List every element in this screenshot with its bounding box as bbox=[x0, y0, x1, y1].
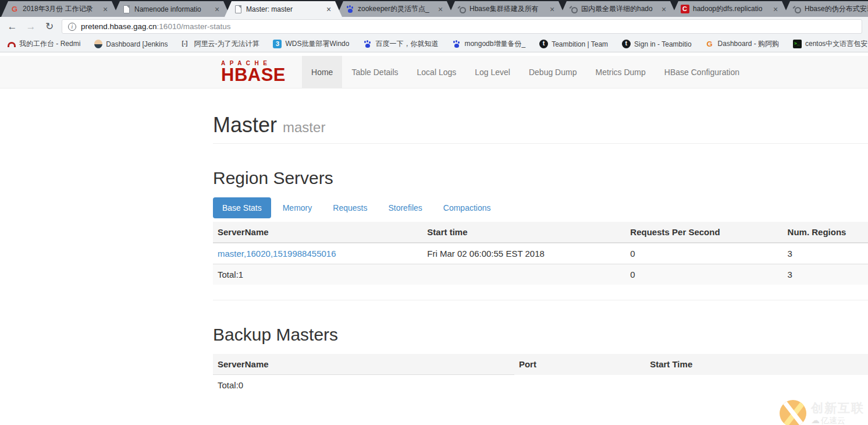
browser-tab-3-active[interactable]: Master: master × bbox=[225, 1, 342, 17]
teambition-icon bbox=[622, 40, 631, 48]
tab-requests[interactable]: Requests bbox=[323, 197, 376, 218]
bookmark-teambition-signin[interactable]: Sign in - Teambitio bbox=[622, 40, 692, 48]
baidu-favicon-icon bbox=[346, 5, 354, 13]
back-button[interactable]: ← bbox=[6, 21, 19, 33]
content-container: Mastermaster Region Servers Base Stats M… bbox=[213, 113, 868, 395]
tab-close-icon[interactable]: × bbox=[660, 5, 668, 13]
table-row: master,16020,1519988455016 Fri Mar 02 06… bbox=[213, 243, 868, 264]
browser-toolbar: ← → ↻ i pretend.hbase.gag.cn:16010/maste… bbox=[0, 17, 868, 36]
bookmark-label: 我的工作台 - Redmi bbox=[19, 39, 80, 49]
bookmark-baidu[interactable]: 百度一下，你就知道 bbox=[363, 39, 438, 49]
bookmarks-bar: 我的工作台 - Redmi Dashboard [Jenkins 阿里云-为了无… bbox=[0, 36, 868, 52]
total-num-regions-value: 3 bbox=[783, 264, 868, 285]
num-regions-value: 3 bbox=[783, 243, 868, 264]
main-nav: Home Table Details Local Logs Log Level … bbox=[302, 56, 749, 88]
tab-title: hadoop的dfs.replicatio bbox=[693, 4, 768, 14]
bookmark-aliyun[interactable]: 阿里云-为了无法计算 bbox=[182, 39, 259, 49]
teambition-icon bbox=[539, 40, 548, 48]
tab-close-icon[interactable]: × bbox=[548, 5, 556, 13]
browser-tab-8[interactable]: Hbase的伪分布式安装 × bbox=[783, 1, 868, 17]
col-start-time: Start time bbox=[422, 222, 625, 243]
bookmark-label: WDS批量部署Windo bbox=[285, 39, 349, 49]
reload-button[interactable]: ↻ bbox=[43, 21, 56, 33]
watermark-logo-icon bbox=[780, 400, 806, 425]
page-header: Mastermaster bbox=[213, 113, 868, 144]
bookmark-label: mongodb增量备份_ bbox=[464, 39, 525, 49]
tab-compactions[interactable]: Compactions bbox=[434, 197, 500, 218]
watermark: 创新互联 ☁亿速云 bbox=[780, 400, 865, 425]
forward-button[interactable]: → bbox=[24, 21, 37, 33]
col-servername: ServerName bbox=[213, 354, 514, 375]
nav-home[interactable]: Home bbox=[302, 56, 342, 88]
csdn-favicon-icon bbox=[681, 5, 689, 13]
bookmark-redmine[interactable]: 我的工作台 - Redmi bbox=[7, 39, 80, 49]
tab-title: zookeeper的灵活节点_ bbox=[358, 4, 433, 14]
tab-memory[interactable]: Memory bbox=[273, 197, 322, 218]
nav-debug-dump[interactable]: Debug Dump bbox=[520, 56, 586, 88]
backup-masters-heading: Backup Masters bbox=[213, 325, 868, 345]
tab-close-icon[interactable]: × bbox=[771, 5, 780, 13]
total-label: Total:1 bbox=[213, 264, 422, 285]
bookmark-label: Dashboard [Jenkins bbox=[106, 40, 168, 48]
hbase-logo[interactable]: APACHE HBASE bbox=[221, 61, 286, 84]
tab-title: Namenode informatio bbox=[134, 5, 209, 13]
search-favicon-icon bbox=[569, 5, 578, 13]
browser-tab-1[interactable]: 2018年3月份 工作记录 × bbox=[1, 1, 119, 17]
address-bar[interactable]: i pretend.hbase.gag.cn:16010/master-stat… bbox=[62, 19, 862, 34]
browser-tab-6[interactable]: 国内最全最详细的hado × bbox=[560, 1, 677, 17]
cloud-icon: ☁ bbox=[811, 415, 820, 425]
watermark-text: 创新互联 ☁亿速云 bbox=[811, 401, 865, 425]
total-label: Total:0 bbox=[213, 375, 868, 396]
region-servers-heading: Region Servers bbox=[213, 168, 868, 188]
tab-close-icon[interactable]: × bbox=[213, 5, 221, 13]
page-info-icon[interactable]: i bbox=[68, 23, 76, 31]
watermark-line2: ☁亿速云 bbox=[811, 415, 865, 425]
browser-tab-7[interactable]: hadoop的dfs.replicatio × bbox=[671, 1, 789, 17]
table-total-row: Total:0 bbox=[213, 375, 868, 396]
tab-base-stats[interactable]: Base Stats bbox=[213, 197, 271, 218]
total-rps-value: 0 bbox=[625, 264, 782, 285]
baidu-icon bbox=[363, 40, 372, 48]
bookmark-mongodb[interactable]: mongodb增量备份_ bbox=[452, 39, 525, 49]
nav-local-logs[interactable]: Local Logs bbox=[408, 56, 466, 88]
baidu-icon bbox=[452, 40, 461, 48]
bookmark-label: 阿里云-为了无法计算 bbox=[194, 39, 259, 49]
tab-title: Hbase的伪分布式安装 bbox=[805, 4, 868, 14]
bookmark-teambition[interactable]: Teambition | Team bbox=[539, 40, 608, 48]
nav-table-details[interactable]: Table Details bbox=[342, 56, 407, 88]
table-total-row: Total:1 0 3 bbox=[213, 264, 868, 285]
page-favicon-icon bbox=[234, 5, 243, 13]
nav-metrics-dump[interactable]: Metrics Dump bbox=[586, 56, 654, 88]
tab-title: Master: master bbox=[246, 5, 321, 13]
hbase-navbar: APACHE HBASE Home Table Details Local Lo… bbox=[0, 56, 868, 88]
logo-hbase-text: HBASE bbox=[221, 66, 286, 84]
region-server-link[interactable]: master,16020,1519988455016 bbox=[218, 249, 336, 258]
bookmark-goago[interactable]: Dashboard - 购阿购 bbox=[706, 39, 779, 49]
bookmark-wds[interactable]: WDS批量部署Windo bbox=[273, 39, 349, 49]
browser-tab-2[interactable]: Namenode informatio × bbox=[113, 1, 230, 17]
browser-tab-strip: 2018年3月份 工作记录 × Namenode informatio × Ma… bbox=[0, 0, 868, 17]
tab-storefiles[interactable]: Storefiles bbox=[379, 197, 431, 218]
url-host: pretend.hbase.gag.cn bbox=[81, 22, 157, 31]
browser-tab-5[interactable]: Hbase集群搭建及所有 × bbox=[448, 1, 565, 17]
url-path: :16010/master-status bbox=[157, 22, 231, 31]
nav-log-level[interactable]: Log Level bbox=[465, 56, 520, 88]
tab-close-icon[interactable]: × bbox=[436, 5, 444, 13]
table-header-row: ServerName Port Start Time bbox=[213, 354, 868, 375]
tab-title: 国内最全最详细的hado bbox=[581, 4, 656, 14]
browser-tab-4[interactable]: zookeeper的灵活节点_ × bbox=[336, 1, 454, 17]
watermark-brand: 亿速云 bbox=[821, 416, 845, 425]
page-title: Master bbox=[213, 113, 277, 137]
bookmark-centos[interactable]: centos中文语言包安 bbox=[793, 39, 867, 49]
aliyun-icon bbox=[182, 40, 190, 48]
tab-close-icon[interactable]: × bbox=[101, 5, 109, 13]
wds-icon bbox=[273, 40, 282, 48]
start-time-value: Fri Mar 02 06:00:55 EST 2018 bbox=[422, 243, 625, 264]
tab-close-icon[interactable]: × bbox=[325, 5, 333, 13]
nav-hbase-configuration[interactable]: HBase Configuration bbox=[655, 56, 749, 88]
rps-value: 0 bbox=[625, 243, 782, 264]
col-num-regions: Num. Regions bbox=[783, 222, 868, 243]
bookmark-jenkins[interactable]: Dashboard [Jenkins bbox=[94, 40, 168, 48]
col-start-time: Start Time bbox=[645, 354, 868, 375]
search-favicon-icon bbox=[457, 5, 466, 13]
